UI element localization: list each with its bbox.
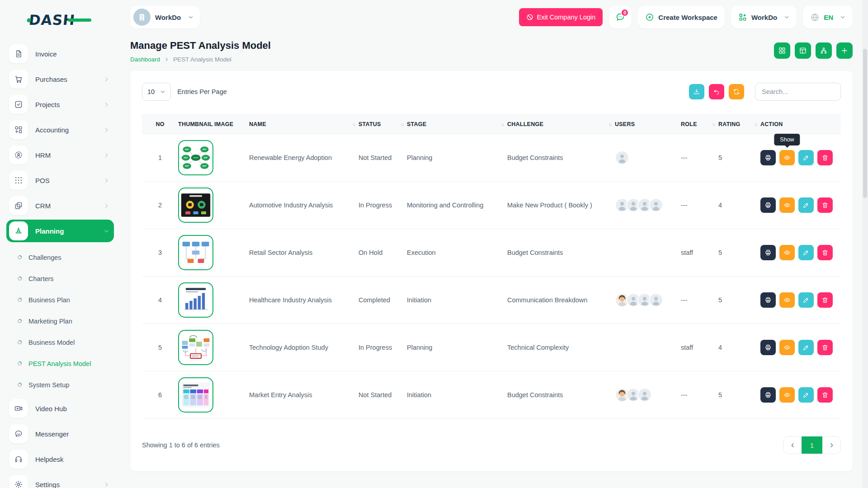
column-label: CHALLENGE [507, 121, 543, 127]
edit-button[interactable] [798, 387, 814, 403]
chevron-down-icon [784, 14, 789, 20]
user-avatar-placeholder[interactable] [637, 388, 652, 402]
grid-view-button[interactable] [774, 42, 790, 59]
thumbnail-bar-chart [178, 282, 213, 318]
entries-per-page-select[interactable]: 10 [142, 83, 171, 101]
cell-stage: Initiation [407, 391, 507, 399]
bullet-icon [17, 255, 22, 260]
chevron-right-icon [164, 57, 169, 62]
print-button[interactable] [760, 150, 776, 165]
thumbnail-flowchart-color [178, 330, 213, 365]
scrollbar-thumb[interactable] [863, 49, 867, 198]
sidebar-item-purchases[interactable]: Purchases [6, 68, 114, 90]
edit-button[interactable] [798, 150, 814, 165]
table-row: 2Automotive Industry AnalysisIn Progress… [142, 182, 841, 229]
language-selector[interactable]: EN [803, 6, 853, 28]
sidebar-item-helpdesk[interactable]: Helpdesk [6, 448, 114, 470]
edit-button[interactable] [798, 245, 814, 260]
table-view-button[interactable] [795, 42, 811, 59]
column-header-stage[interactable]: STAGE↑↓ [407, 121, 507, 127]
hierarchy-view-button[interactable] [816, 42, 832, 59]
sidebar-item-video-hub[interactable]: Video Hub [6, 397, 114, 420]
add-button[interactable] [836, 42, 853, 59]
print-button[interactable] [760, 197, 776, 213]
pagination-page-1[interactable]: 1 [802, 436, 822, 454]
delete-button[interactable] [817, 197, 833, 213]
pagination-next-button[interactable] [822, 436, 840, 454]
exit-company-login-button[interactable]: Exit Company Login [519, 8, 603, 26]
sidebar-subitem-label: System Setup [28, 381, 69, 389]
cell-challenge: Technical Complexity [507, 344, 615, 351]
print-button[interactable] [760, 340, 776, 355]
user-avatar-placeholder[interactable] [649, 198, 663, 212]
refresh-button[interactable] [729, 84, 744, 99]
delete-button[interactable] [817, 150, 833, 165]
cell-rating: 5 [718, 296, 760, 304]
table-tools [689, 83, 841, 101]
cell-name: Technology Adoption Study [249, 344, 359, 351]
sidebar-item-pest-analysis-model[interactable]: PEST Analysis Model [12, 353, 114, 374]
scrollbar[interactable] [862, 0, 868, 488]
edit-button[interactable] [798, 197, 814, 213]
column-header-name[interactable]: NAME↑↓ [249, 121, 359, 127]
export-download-button[interactable] [689, 84, 704, 99]
app-logo[interactable]: DASH [26, 12, 114, 30]
edit-button[interactable] [798, 340, 814, 355]
sort-icon: ↑↓ [609, 122, 611, 127]
tooltip-show: Show [774, 134, 800, 145]
chevron-right-icon [104, 152, 109, 158]
user-avatar-placeholder[interactable] [615, 150, 629, 165]
sidebar-item-label: Invoice [35, 50, 57, 58]
breadcrumb-dashboard-link[interactable]: Dashboard [130, 56, 160, 63]
show-button[interactable] [779, 245, 795, 260]
workspace-switcher[interactable]: WorkDo [731, 6, 797, 28]
cell-challenge: Budget Constraints [507, 154, 615, 161]
cell-users [615, 293, 681, 307]
reset-button[interactable] [709, 84, 724, 99]
delete-icon [821, 296, 829, 304]
settings-icon [9, 475, 28, 488]
breadcrumb-current: PEST Analysis Model [173, 56, 231, 63]
column-header-challenge[interactable]: CHALLENGE↑↓ [507, 121, 615, 127]
sidebar-item-crm[interactable]: CRM [6, 194, 114, 217]
cell-stage: Initiation [407, 296, 507, 304]
search-input[interactable] [755, 83, 841, 101]
sidebar-item-invoice[interactable]: Invoice [6, 42, 114, 65]
user-avatar-placeholder[interactable] [649, 293, 663, 307]
show-button[interactable] [779, 340, 795, 355]
company-selector[interactable]: WorkDo [130, 6, 200, 28]
print-button[interactable] [760, 387, 776, 403]
sidebar-item-business-plan[interactable]: Business Plan [12, 289, 114, 310]
sidebar-menu: InvoicePurchasesProjectsAccountingHRMPOS… [6, 42, 114, 488]
create-workspace-button[interactable]: Create Workspace [638, 6, 725, 28]
show-button[interactable] [779, 387, 795, 403]
sidebar-item-system-setup[interactable]: System Setup [12, 374, 114, 395]
sidebar-item-hrm[interactable]: HRM [6, 144, 114, 166]
delete-button[interactable] [817, 292, 833, 308]
column-header-status[interactable]: STATUS↑↓ [359, 121, 407, 127]
sidebar-item-accounting[interactable]: Accounting [6, 118, 114, 141]
sidebar-item-business-model[interactable]: Business Model [12, 332, 114, 353]
column-header-rating[interactable]: RATING↑↓ [718, 121, 760, 127]
sidebar-item-planning[interactable]: Planning [6, 220, 114, 242]
sidebar-item-messenger[interactable]: Messenger [6, 422, 114, 445]
column-header-role[interactable]: ROLE↑↓ [681, 121, 718, 127]
print-button[interactable] [760, 292, 776, 308]
show-button[interactable] [779, 197, 795, 213]
sidebar-item-pos[interactable]: POS [6, 169, 114, 192]
sidebar-item-challenges[interactable]: Challenges [12, 247, 114, 268]
edit-button[interactable] [798, 292, 814, 308]
delete-button[interactable] [817, 245, 833, 260]
pagination-prev-button[interactable] [783, 436, 802, 454]
sidebar-subitem-label: Business Model [28, 339, 75, 346]
sidebar-item-settings[interactable]: Settings [6, 473, 114, 488]
print-button[interactable] [760, 245, 776, 260]
sidebar-item-marketing-plan[interactable]: Marketing Plan [12, 310, 114, 332]
sidebar-item-charters[interactable]: Charters [12, 268, 114, 289]
delete-button[interactable] [817, 387, 833, 403]
delete-button[interactable] [817, 340, 833, 355]
sidebar-item-projects[interactable]: Projects [6, 93, 114, 116]
show-button[interactable] [779, 150, 795, 165]
show-button[interactable] [779, 292, 795, 308]
messages-button[interactable]: 0 [609, 6, 632, 28]
